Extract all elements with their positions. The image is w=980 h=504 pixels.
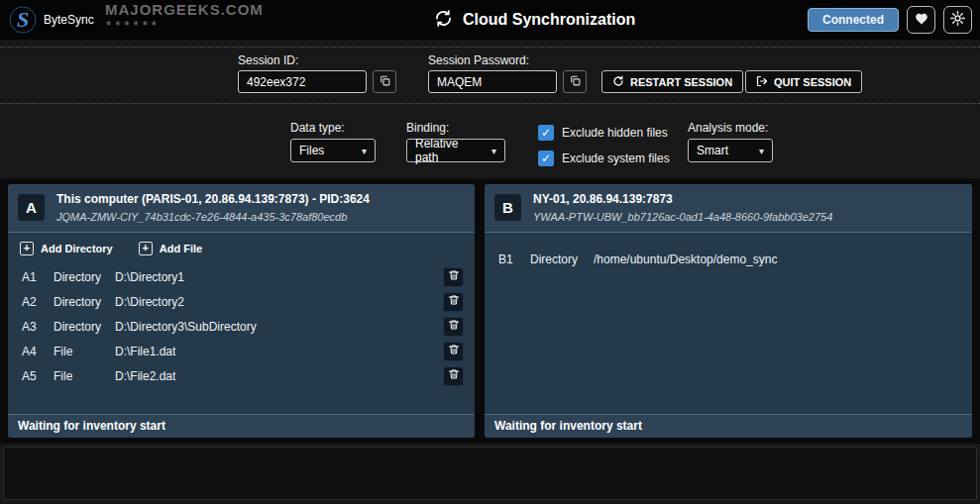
quit-session-label: QUIT SESSION [774,76,851,88]
trash-icon [448,344,460,358]
trash-icon [448,269,460,284]
item-path: D:\File2.dat [115,369,443,383]
restart-icon [612,75,624,89]
copy-icon [569,74,582,90]
client-id: YWAA-PTW-UBW_bb7126ac-0ad1-4a48-8660-9fa… [533,211,832,223]
session-password-label: Session Password: [428,53,529,67]
analysis-mode-select[interactable]: Smart ▾ [688,139,773,162]
item-code: A4 [22,345,54,358]
connected-button[interactable]: Connected [808,8,899,32]
plus-icon: + [20,242,34,255]
watermark-stars: ★★★★★★ [105,20,264,28]
copy-session-password-button[interactable] [563,70,587,93]
trash-icon [448,368,460,383]
plus-icon: + [139,242,153,255]
binding-value: Relative path [415,137,482,164]
item-path: D:\File1.dat [115,345,443,358]
delete-item-button[interactable] [443,292,464,312]
session-id-label: Session ID: [238,53,298,67]
sync-icon [433,8,454,33]
file-row: A2DirectoryD:\Directory2 [8,289,475,314]
bottom-log-area [3,447,977,500]
analysis-mode-label: Analysis mode: [688,121,768,135]
panel-letter-badge: B [494,194,521,221]
machine-title: NY-01, 20.86.94.139:7873 [533,192,832,206]
chevron-down-icon: ▾ [759,146,764,156]
item-code: A1 [22,270,54,284]
top-right-controls: Connected [808,0,972,40]
settings-button[interactable] [943,6,972,34]
add-file-button[interactable]: + Add File [139,242,202,255]
bytesync-logo-icon: S [8,5,38,35]
quit-icon [756,75,768,89]
item-path: D:\Directory2 [115,295,443,309]
session-id-input[interactable] [238,70,367,93]
add-file-label: Add File [160,243,202,254]
delete-item-button[interactable] [443,342,464,361]
file-row: A1DirectoryD:\Directory1 [8,264,475,289]
file-list-a: A1DirectoryD:\Directory1A2DirectoryD:\Di… [8,261,475,414]
app-name: ByteSync [44,13,94,27]
add-directory-button[interactable]: + Add Directory [20,242,113,255]
file-row: A5FileD:\File2.dat [8,363,475,388]
panel-a-local-machine: A This computer (PARIS-01, 20.86.94.139:… [8,184,475,438]
panel-a-header: A This computer (PARIS-01, 20.86.94.139:… [8,184,475,233]
copy-session-id-button[interactable] [373,70,396,93]
heart-icon [915,12,928,29]
item-type: Directory [54,320,115,334]
panel-b-remote-machine: B NY-01, 20.86.94.139:7873 YWAA-PTW-UBW_… [485,184,972,438]
exclude-hidden-checkbox[interactable]: ✓ Exclude hidden files [538,125,668,141]
exclude-system-checkbox[interactable]: ✓ Exclude system files [538,151,670,166]
item-code: A2 [22,295,54,309]
add-directory-label: Add Directory [41,243,113,254]
delete-item-button[interactable] [443,366,464,386]
item-path: D:\Directory1 [115,270,443,284]
delete-item-button[interactable] [443,267,464,287]
favorite-button[interactable] [907,6,935,34]
analysis-mode-value: Smart [697,144,728,157]
quit-session-button[interactable]: QUIT SESSION [745,70,862,93]
panel-a-status: Waiting for inventory start [8,414,475,438]
panel-b-status: Waiting for inventory start [485,414,972,438]
binding-select[interactable]: Relative path ▾ [406,139,505,162]
item-type: File [54,369,115,383]
exclude-hidden-label: Exclude hidden files [562,126,668,140]
data-type-select[interactable]: Files ▾ [290,139,376,162]
app-window: S ByteSync MAJORGEEKS.COM ★★★★★★ Cloud S… [0,0,980,504]
page-title: Cloud Synchronization [433,0,635,40]
watermark-text: MAJORGEEKS.COM [105,1,264,18]
panel-letter-badge: A [18,194,45,221]
delete-item-button[interactable] [443,317,464,337]
item-code: A3 [22,320,54,334]
item-path: /home/ubuntu/Desktop/demo_sync [594,252,961,266]
file-row: B1Directory/home/ubuntu/Desktop/demo_syn… [485,247,972,271]
panel-a-toolbar: + Add Directory + Add File [8,233,475,261]
item-type: File [54,345,115,358]
top-bar: S ByteSync MAJORGEEKS.COM ★★★★★★ Cloud S… [0,0,980,40]
item-code: B1 [498,252,530,266]
item-code: A5 [22,369,54,383]
trash-icon [448,319,460,334]
file-list-b: B1Directory/home/ubuntu/Desktop/demo_syn… [485,233,972,414]
item-type: Directory [54,295,115,309]
binding-label: Binding: [406,121,449,135]
chevron-down-icon: ▾ [491,146,496,156]
panel-b-header: B NY-01, 20.86.94.139:7873 YWAA-PTW-UBW_… [485,184,972,233]
checkbox-check-icon: ✓ [538,125,554,141]
page-title-text: Cloud Synchronization [463,11,635,29]
restart-session-button[interactable]: RESTART SESSION [601,70,743,93]
session-section: Session ID: Session Password: RESTART SE… [0,47,980,104]
session-password-input[interactable] [428,70,557,93]
data-type-value: Files [299,144,324,157]
restart-session-label: RESTART SESSION [630,76,732,88]
copy-icon [379,74,391,90]
trash-icon [448,294,460,309]
svg-text:S: S [17,7,29,32]
item-type: Directory [54,270,115,284]
machine-title: This computer (PARIS-01, 20.86.94.139:78… [56,192,370,206]
gear-icon [949,10,966,30]
main-area: A This computer (PARIS-01, 20.86.94.139:… [0,178,980,444]
checkbox-check-icon: ✓ [538,151,554,166]
chevron-down-icon: ▾ [362,146,367,156]
client-id: JQMA-ZMW-CIY_74b31cdc-7e26-4844-a435-3c7… [56,211,370,223]
